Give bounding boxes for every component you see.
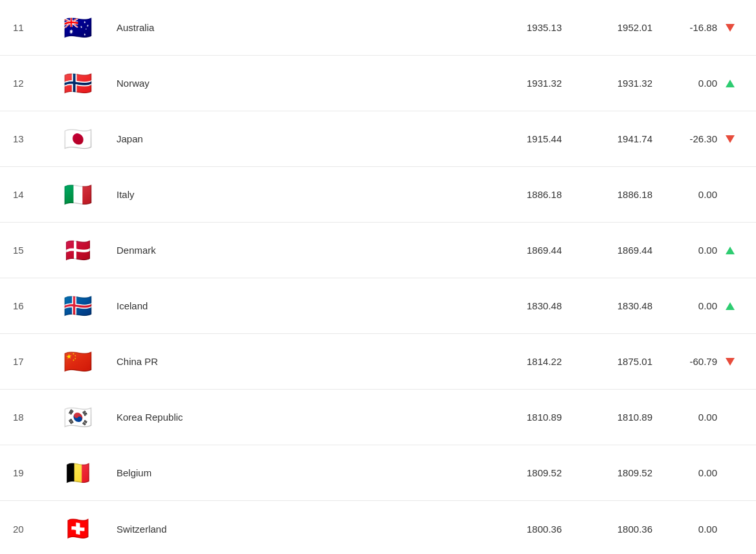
trend-arrow: [717, 247, 743, 254]
rank-number: 20: [13, 524, 52, 535]
points-value: 1809.52: [471, 467, 562, 478]
country-name: Australia: [104, 22, 471, 33]
points-value: 1814.22: [471, 356, 562, 367]
country-name: Japan: [104, 133, 471, 144]
table-row[interactable]: 18 🇰🇷 Korea Republic 1810.89 1810.89 0.0…: [0, 390, 756, 445]
country-flag: 🇮🇹: [52, 183, 104, 206]
rank-number: 19: [13, 467, 52, 478]
rank-number: 15: [13, 245, 52, 256]
points-value: 1915.44: [471, 133, 562, 144]
table-row[interactable]: 16 🇮🇸 Iceland 1830.48 1830.48 0.00: [0, 278, 756, 334]
country-flag: 🇯🇵: [52, 127, 104, 151]
previous-points: 1952.01: [562, 22, 652, 33]
change-value: 0.00: [652, 189, 717, 200]
country-name: China PR: [104, 356, 471, 367]
flag-emoji: 🇳🇴: [63, 72, 93, 95]
flag-emoji: 🇮🇹: [63, 183, 93, 206]
trend-down-icon: [726, 358, 735, 366]
trend-arrow: [717, 302, 743, 310]
change-value: -26.30: [652, 133, 717, 144]
rank-number: 14: [13, 189, 52, 200]
flag-emoji: 🇮🇸: [63, 294, 93, 318]
country-flag: 🇨🇳: [52, 350, 104, 373]
country-flag: 🇮🇸: [52, 294, 104, 318]
trend-down-icon: [726, 24, 735, 32]
rank-number: 16: [13, 300, 52, 311]
country-name: Switzerland: [104, 524, 471, 535]
rank-number: 12: [13, 78, 52, 89]
change-value: 0.00: [652, 524, 717, 535]
change-value: 0.00: [652, 300, 717, 311]
flag-emoji: 🇯🇵: [63, 127, 93, 151]
flag-emoji: 🇦🇺: [63, 16, 93, 39]
table-row[interactable]: 19 🇧🇪 Belgium 1809.52 1809.52 0.00: [0, 445, 756, 501]
trend-up-icon: [726, 247, 735, 254]
trend-arrow: [717, 80, 743, 87]
trend-arrow: [717, 24, 743, 32]
previous-points: 1869.44: [562, 245, 652, 256]
country-name: Iceland: [104, 300, 471, 311]
flag-emoji: 🇨🇭: [63, 517, 93, 540]
flag-emoji: 🇩🇰: [63, 239, 93, 262]
previous-points: 1941.74: [562, 133, 652, 144]
country-flag: 🇰🇷: [52, 406, 104, 429]
trend-up-icon: [726, 302, 735, 310]
points-value: 1830.48: [471, 300, 562, 311]
change-value: 0.00: [652, 245, 717, 256]
change-value: 0.00: [652, 78, 717, 89]
country-name: Norway: [104, 78, 471, 89]
previous-points: 1830.48: [562, 300, 652, 311]
change-value: 0.00: [652, 412, 717, 423]
points-value: 1869.44: [471, 245, 562, 256]
table-row[interactable]: 17 🇨🇳 China PR 1814.22 1875.01 -60.79: [0, 334, 756, 390]
points-value: 1935.13: [471, 22, 562, 33]
country-name: Belgium: [104, 467, 471, 478]
trend-arrow: [717, 135, 743, 143]
country-flag: 🇳🇴: [52, 72, 104, 95]
previous-points: 1875.01: [562, 356, 652, 367]
table-row[interactable]: 20 🇨🇭 Switzerland 1800.36 1800.36 0.00: [0, 501, 756, 554]
previous-points: 1886.18: [562, 189, 652, 200]
table-row[interactable]: 15 🇩🇰 Denmark 1869.44 1869.44 0.00: [0, 223, 756, 278]
trend-arrow: [717, 358, 743, 366]
points-value: 1800.36: [471, 524, 562, 535]
change-value: -60.79: [652, 356, 717, 367]
trend-down-icon: [726, 135, 735, 143]
table-row[interactable]: 13 🇯🇵 Japan 1915.44 1941.74 -26.30: [0, 111, 756, 167]
previous-points: 1809.52: [562, 467, 652, 478]
table-row[interactable]: 11 🇦🇺 Australia 1935.13 1952.01 -16.88: [0, 0, 756, 56]
country-name: Denmark: [104, 245, 471, 256]
country-flag: 🇨🇭: [52, 517, 104, 540]
country-flag: 🇦🇺: [52, 16, 104, 39]
flag-emoji: 🇨🇳: [63, 350, 93, 373]
flag-emoji: 🇧🇪: [63, 461, 93, 485]
country-name: Korea Republic: [104, 412, 471, 423]
points-value: 1810.89: [471, 412, 562, 423]
country-name: Italy: [104, 189, 471, 200]
rank-number: 11: [13, 22, 52, 33]
previous-points: 1800.36: [562, 524, 652, 535]
rank-number: 13: [13, 133, 52, 144]
flag-emoji: 🇰🇷: [63, 406, 93, 429]
rankings-table: 11 🇦🇺 Australia 1935.13 1952.01 -16.88 1…: [0, 0, 756, 554]
rank-number: 17: [13, 356, 52, 367]
previous-points: 1810.89: [562, 412, 652, 423]
rank-number: 18: [13, 412, 52, 423]
change-value: 0.00: [652, 467, 717, 478]
change-value: -16.88: [652, 22, 717, 33]
previous-points: 1931.32: [562, 78, 652, 89]
country-flag: 🇩🇰: [52, 239, 104, 262]
table-row[interactable]: 14 🇮🇹 Italy 1886.18 1886.18 0.00: [0, 167, 756, 223]
points-value: 1886.18: [471, 189, 562, 200]
trend-up-icon: [726, 80, 735, 87]
points-value: 1931.32: [471, 78, 562, 89]
country-flag: 🇧🇪: [52, 461, 104, 485]
table-row[interactable]: 12 🇳🇴 Norway 1931.32 1931.32 0.00: [0, 56, 756, 111]
